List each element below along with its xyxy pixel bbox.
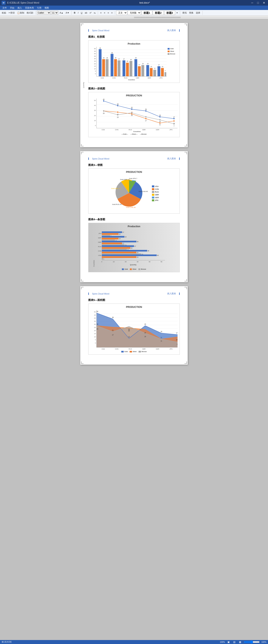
search-button[interactable]: 查找 (181, 11, 188, 15)
chart1-bars: 46 29 29 38 29 27 (97, 47, 167, 76)
style-more-button[interactable]: ▾ (176, 11, 179, 14)
svg-text:29: 29 (137, 252, 138, 253)
chart2-svg: 46 38 32 29 19 (97, 98, 177, 128)
svg-rect-129 (102, 258, 103, 260)
align-center-button[interactable]: ≡ (103, 11, 106, 14)
maximize-button[interactable]: □ (256, 1, 260, 5)
page-insert-1[interactable]: 插入图表 (167, 29, 180, 32)
svg-text:27: 27 (118, 58, 120, 60)
svg-text:Gold CHN 38: Gold CHN 38 (126, 206, 135, 208)
align-justify-button[interactable]: ≡ (110, 11, 114, 14)
format-painter-button[interactable]: 格式刷 (26, 11, 34, 15)
menu-insert[interactable]: 插入 (16, 6, 23, 10)
page-brand-1: Spire.Cloud Word (88, 29, 109, 32)
svg-text:29: 29 (97, 323, 98, 325)
svg-text:29: 29 (135, 57, 136, 58)
close-button[interactable]: ✕ (262, 1, 267, 5)
font-size-down-button[interactable]: A▼ (65, 11, 70, 14)
svg-text:29: 29 (145, 108, 147, 110)
view-mode-1[interactable]: ▣ (226, 640, 231, 643)
style-h1-button[interactable]: 标题1 (141, 10, 152, 15)
align-right-button[interactable]: ≡ (107, 11, 110, 14)
chart5-legend: Gold Silver Bronze (91, 351, 177, 352)
bold-button[interactable]: B (73, 11, 76, 14)
italic-button[interactable]: I (77, 11, 79, 14)
chart1-y-label: Quantity (83, 82, 85, 88)
minimize-button[interactable]: ─ (250, 1, 255, 5)
svg-text:1: 1 (103, 258, 104, 260)
menu-bar: 文件 开始 插入 页面布局 引用 视图 (0, 6, 268, 10)
view-mode-3[interactable]: ▦ (238, 640, 242, 643)
svg-point-63 (117, 112, 118, 113)
svg-text:17: 17 (138, 64, 140, 66)
svg-rect-103 (102, 238, 119, 239)
chart3-legend: USA CHN RUS GBR GER JPN (152, 186, 159, 201)
menu-home[interactable]: 开始 (8, 6, 16, 10)
svg-rect-17 (118, 60, 121, 76)
copy-button[interactable]: 📋复制 (16, 11, 25, 15)
cut-button[interactable]: ✂剪切 (7, 11, 16, 15)
style-h3-button[interactable]: 标题3 (164, 10, 175, 15)
strikethrough-button[interactable]: ab (84, 11, 88, 14)
svg-text:11: 11 (154, 68, 155, 69)
chart1-container: Production 50 45 40 35 30 25 20 15 10 (88, 40, 180, 83)
menu-references[interactable]: 引用 (35, 6, 43, 10)
svg-rect-16 (114, 59, 117, 76)
menu-file[interactable]: 文件 (1, 6, 8, 10)
view-mode-2[interactable]: ▤ (232, 640, 236, 643)
svg-rect-41 (164, 72, 166, 76)
svg-text:24: 24 (131, 247, 133, 249)
svg-text:17: 17 (123, 243, 124, 244)
status-bar: 第1页共3页 100% ▣ ▤ ▦ 100% (0, 640, 268, 643)
svg-rect-9 (99, 49, 102, 76)
svg-rect-125 (102, 254, 157, 256)
font-size-up-button[interactable]: A▲ (59, 11, 64, 14)
align-left-button[interactable]: ≡ (99, 11, 102, 14)
style-h2-button[interactable]: 标题2 (153, 10, 164, 15)
svg-text:GER: GER (98, 237, 102, 239)
page-insert-3[interactable]: 插入图表 (167, 292, 180, 295)
filename: test.docx* (39, 2, 250, 4)
chart4-container: Production Countries JPN GER GBR RUS (88, 223, 180, 272)
underline-button[interactable]: U (80, 11, 83, 14)
svg-text:17: 17 (145, 120, 147, 122)
svg-point-55 (145, 110, 146, 112)
page-brand-2: Spire.Cloud Word (88, 158, 109, 160)
font-size-select[interactable]: 11 (51, 11, 58, 15)
page-status: 第1页共3页 (1, 640, 12, 643)
svg-rect-127 (102, 256, 136, 258)
style-normal-select[interactable]: 正文 (116, 10, 127, 15)
svg-rect-95 (102, 232, 122, 233)
paste-button[interactable]: 粘贴 (1, 11, 7, 15)
font-name-select[interactable]: Calibri (37, 11, 51, 15)
svg-rect-119 (102, 250, 147, 252)
chart1-x-labels: USA CHN RUS GBR GER JPN (96, 76, 167, 79)
align-group: ≡ ≡ ≡ ≡ (99, 11, 115, 14)
clipboard-group: 粘贴 ✂剪切 📋复制 格式刷 (1, 11, 36, 15)
svg-text:32: 32 (131, 106, 133, 108)
superscript-button[interactable]: x² (89, 11, 92, 14)
chart5-title: 图表5—面积图 (88, 298, 180, 302)
svg-text:19: 19 (125, 236, 127, 238)
svg-text:21: 21 (112, 329, 114, 331)
page-3-header: Spire.Cloud Word 插入图表 (88, 292, 180, 296)
menu-view[interactable]: 视图 (43, 6, 50, 10)
page-insert-2[interactable]: 插入图表 (167, 157, 180, 160)
menu-page-layout[interactable]: 页面布局 (23, 6, 35, 10)
svg-text:29: 29 (106, 57, 108, 58)
subscript-button[interactable]: x₂ (93, 11, 97, 14)
svg-text:30: 30 (137, 261, 138, 263)
svg-text:27: 27 (134, 246, 136, 247)
select-button[interactable]: 选择 (195, 11, 201, 15)
style-spacing-select[interactable]: 无间隔 (128, 10, 141, 15)
svg-text:46: 46 (157, 255, 159, 256)
zoom-slider[interactable] (244, 640, 260, 643)
svg-rect-23 (130, 61, 132, 76)
find-group: 查找 替换 选择 (181, 11, 203, 15)
svg-text:RUS: RUS (98, 246, 101, 248)
svg-text:Gold USA 46: Gold USA 46 (138, 190, 148, 192)
chart2-heading: PRODUCTION (91, 94, 177, 97)
style-group: 正文 无间隔 标题1 标题2 标题3 ▾ (116, 10, 180, 15)
replace-button[interactable]: 替换 (188, 11, 194, 15)
chart4-title: 图表4—条形图 (88, 218, 180, 221)
